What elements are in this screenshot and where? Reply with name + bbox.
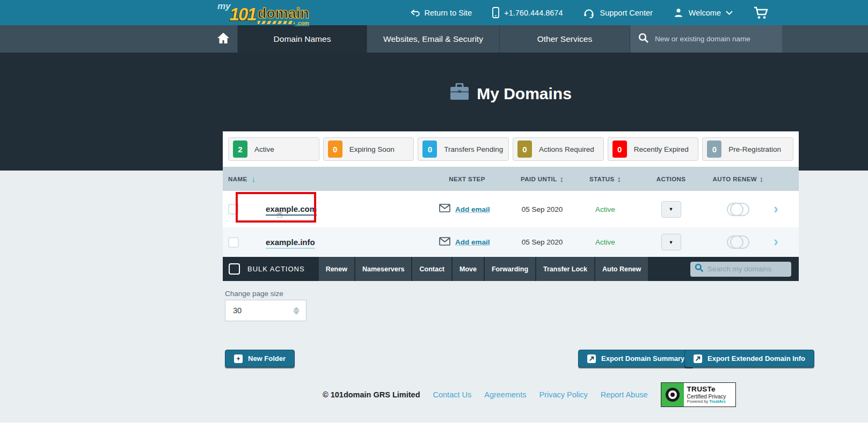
spinner-icon <box>293 307 300 315</box>
auto-renew-toggle[interactable] <box>727 203 749 216</box>
paid-until-value: 05 Sep 2020 <box>522 238 563 246</box>
footer-link-privacy-policy[interactable]: Privacy Policy <box>539 390 587 399</box>
phone-icon <box>492 7 499 18</box>
col-paid-until: PAID UNTIL <box>521 176 557 182</box>
page-title: My Domains <box>223 83 799 104</box>
footer-link-report-abuse[interactable]: Report Abuse <box>601 390 648 399</box>
sort-name-icon[interactable]: ↓ <box>251 174 256 183</box>
my-domains-search-input[interactable] <box>707 265 787 273</box>
table-row: example.info Add email 05 Sep 2020 Activ… <box>223 227 799 257</box>
export-icon <box>694 354 702 363</box>
bulk-transfer-lock-button[interactable]: Transfer Lock <box>536 257 594 281</box>
status-summary-row: 2 Active 0 Expiring Soon 0 Transfers Pen… <box>223 131 799 167</box>
bulk-auto-renew-button[interactable]: Auto Renew <box>595 257 648 281</box>
caret-down-icon: ▼ <box>669 206 674 212</box>
row-actions-dropdown[interactable]: ▼ <box>661 234 681 250</box>
count-badge: 0 <box>707 141 721 158</box>
sort-auto-renew-icon[interactable]: ↕ <box>760 175 763 183</box>
status-value: Active <box>595 238 615 246</box>
footer-link-contact-us[interactable]: Contact Us <box>433 390 472 399</box>
col-status: STATUS <box>589 176 615 182</box>
domain-link[interactable]: example.info <box>266 238 315 249</box>
envelope-icon <box>439 204 450 215</box>
footer: © 101domain GRS Limited Contact Us Agree… <box>323 382 736 407</box>
row-expand-chevron[interactable]: › <box>774 233 778 249</box>
count-badge: 0 <box>517 141 532 158</box>
col-next-step: NEXT STEP <box>449 176 485 182</box>
card-recently-expired[interactable]: 0 Recently Expired <box>608 137 699 161</box>
paid-until-value: 05 Sep 2020 <box>522 205 563 213</box>
top-bar: my 101 domain .com Return to Site +1.760… <box>0 0 868 25</box>
cart-icon <box>753 6 768 19</box>
auto-renew-toggle[interactable] <box>727 235 749 249</box>
bulk-forwarding-button[interactable]: Forwarding <box>485 257 535 281</box>
search-icon <box>638 33 649 46</box>
table-row: example.com Add email 05 Sep 2020 Active… <box>223 191 799 227</box>
bulk-select-all-checkbox[interactable] <box>229 263 240 275</box>
card-actions-required[interactable]: 0 Actions Required <box>513 137 604 161</box>
cart-button[interactable] <box>753 6 768 19</box>
col-actions: ACTIONS <box>657 176 686 182</box>
page-size-label: Change page size <box>225 290 283 298</box>
count-badge: 2 <box>233 141 247 158</box>
row-checkbox[interactable] <box>228 237 239 248</box>
sort-paid-until-icon[interactable]: ↕ <box>560 175 564 183</box>
truste-seal[interactable]: TRUSTe Certified Privacy Powered by Trus… <box>661 382 736 407</box>
export-domain-summary-button[interactable]: Export Domain Summary <box>578 350 694 367</box>
nav-tab-domain-names[interactable]: Domain Names <box>238 25 367 53</box>
logo-tld: .com <box>295 20 309 26</box>
export-extended-domain-info-button[interactable]: Export Extended Domain Info <box>684 350 814 367</box>
card-expiring-soon[interactable]: 0 Expiring Soon <box>323 137 414 161</box>
table-header: NAME ↓ NEXT STEP PAID UNTIL ↕ STATUS ↕ A… <box>223 167 799 191</box>
sort-status-icon[interactable]: ↕ <box>617 175 621 183</box>
logo-101: 101 <box>230 5 256 24</box>
domains-panel: 2 Active 0 Expiring Soon 0 Transfers Pen… <box>223 131 799 281</box>
search-icon <box>695 263 704 275</box>
page-size-value: 30 <box>233 306 242 315</box>
bulk-renew-button[interactable]: Renew <box>319 257 354 281</box>
nav-home-button[interactable] <box>209 25 238 53</box>
my-domains-search-box <box>690 262 791 277</box>
bulk-move-button[interactable]: Move <box>453 257 484 281</box>
nav-tab-other-services[interactable]: Other Services <box>500 25 630 53</box>
count-badge: 0 <box>328 141 342 158</box>
card-active[interactable]: 2 Active <box>228 137 319 161</box>
footer-link-agreements[interactable]: Agreements <box>484 390 526 399</box>
logo-stripes: .com <box>258 21 309 24</box>
bulk-contact-button[interactable]: Contact <box>412 257 451 281</box>
count-badge: 0 <box>612 141 627 158</box>
return-to-site-link[interactable]: Return to Site <box>411 9 472 17</box>
count-badge: 0 <box>422 141 437 158</box>
plus-icon: + <box>234 354 243 363</box>
domain-search-box <box>630 25 782 53</box>
row-expand-chevron[interactable]: › <box>774 201 778 217</box>
truste-logo-icon <box>661 383 684 407</box>
headset-icon <box>583 8 595 18</box>
add-email-link[interactable]: Add email <box>455 238 490 246</box>
domain-search-input[interactable] <box>655 35 774 43</box>
return-arrow-icon <box>411 9 420 17</box>
phone-link[interactable]: +1.760.444.8674 <box>492 7 563 18</box>
status-value: Active <box>595 205 615 213</box>
main-nav: Domain Names Websites, Email & Security … <box>0 25 868 53</box>
row-actions-dropdown[interactable]: ▼ <box>661 201 681 218</box>
page-size-select[interactable]: 30 <box>225 300 307 321</box>
card-pre-registration[interactable]: 0 Pre-Registration <box>702 137 793 161</box>
col-auto-renew: AUTO RENEW <box>713 176 757 182</box>
support-center-link[interactable]: Support Center <box>583 8 652 18</box>
nav-tab-websites-email-security[interactable]: Websites, Email & Security <box>367 25 500 53</box>
copyright-text: © 101domain GRS Limited <box>323 390 420 399</box>
account-menu[interactable]: Welcome <box>673 8 733 18</box>
site-logo[interactable]: my 101 domain .com <box>217 1 309 24</box>
new-folder-button[interactable]: + New Folder <box>225 350 295 367</box>
chevron-down-icon <box>726 11 733 15</box>
row-checkbox[interactable] <box>228 204 239 215</box>
home-icon <box>217 32 230 46</box>
bulk-actions-label: BULK ACTIONS <box>247 265 305 273</box>
logo-my: my <box>217 1 231 12</box>
add-email-link[interactable]: Add email <box>455 205 490 213</box>
logo-domain: domain <box>258 6 309 20</box>
bulk-nameservers-button[interactable]: Nameservers <box>355 257 412 281</box>
card-transfers-pending[interactable]: 0 Transfers Pending <box>418 137 509 161</box>
domain-link[interactable]: example.com <box>266 204 317 216</box>
